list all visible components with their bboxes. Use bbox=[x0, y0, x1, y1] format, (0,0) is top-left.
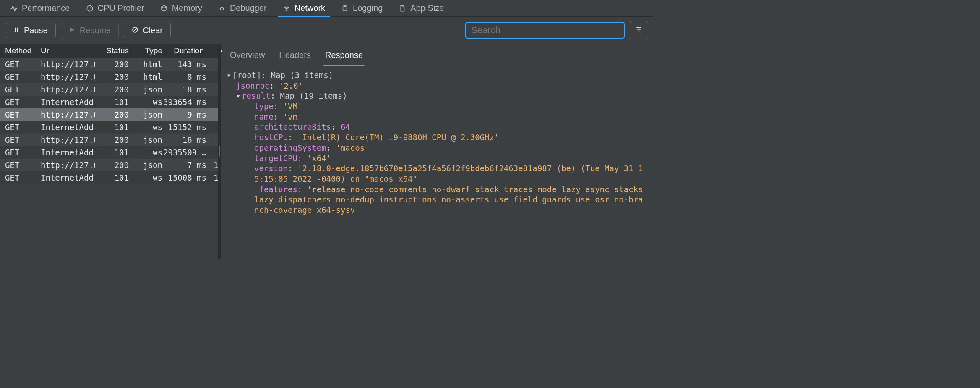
cell-method: GET bbox=[5, 160, 41, 170]
col-status[interactable]: Status bbox=[95, 46, 129, 55]
table-row[interactable]: GETInternetAddress101ws15152 ms3 bbox=[0, 121, 218, 134]
package-icon bbox=[160, 5, 168, 12]
cell-status: 200 bbox=[95, 110, 129, 119]
cell-uri: http://127.0.0.1: bbox=[41, 135, 95, 144]
cell-status: 200 bbox=[95, 160, 129, 170]
cell-index: 9 bbox=[206, 135, 218, 144]
cell-status: 200 bbox=[95, 135, 129, 144]
cell-uri: http://127.0.0.1: bbox=[41, 72, 95, 81]
gauge-icon bbox=[86, 5, 94, 12]
cell-index: 3 bbox=[206, 123, 218, 132]
tree-val: 'VM' bbox=[283, 102, 302, 111]
table-row[interactable]: GEThttp://127.0.0.1:200html8 ms3 bbox=[0, 71, 218, 83]
cell-status: 101 bbox=[95, 148, 129, 157]
tab-label: Debugger bbox=[230, 3, 267, 13]
svg-point-3 bbox=[220, 7, 224, 10]
tab-label: Logging bbox=[353, 3, 383, 13]
tree-key: jsonrpc bbox=[236, 81, 269, 90]
response-tree[interactable]: ▾[root]: Map (3 items) jsonrpc: '2.0' ▾r… bbox=[221, 63, 649, 215]
top-tabs: Performance CPU Profiler Memory Debugger… bbox=[0, 0, 653, 17]
tree-key: operatingSystem bbox=[254, 143, 326, 152]
cell-uri: InternetAddress bbox=[41, 97, 95, 107]
col-method[interactable]: Method bbox=[5, 46, 41, 55]
table-header: Method Uri Status Type Duration bbox=[0, 44, 218, 58]
cell-method: GET bbox=[5, 173, 41, 182]
col-uri[interactable]: Uri bbox=[41, 46, 95, 55]
tree-key: type bbox=[254, 102, 274, 111]
table-row[interactable]: GEThttp://127.0.0.1:200html143 ms3 bbox=[0, 58, 218, 71]
chevron-down-icon[interactable]: ▾ bbox=[236, 91, 242, 101]
search-input[interactable] bbox=[465, 22, 625, 39]
table-row[interactable]: GEThttp://127.0.0.1:200json9 ms3 bbox=[0, 108, 218, 121]
toolbar: Pause Resume Clear bbox=[0, 17, 653, 44]
table-row[interactable]: GEThttp://127.0.0.1:200json16 ms9 bbox=[0, 134, 218, 146]
table-row[interactable]: GEThttp://127.0.0.1:200json18 ms3 bbox=[0, 83, 218, 96]
cell-method: GET bbox=[5, 85, 41, 94]
tree-val: 'release no-code_comments no-dwarf_stack… bbox=[254, 185, 648, 215]
pause-button[interactable]: Pause bbox=[5, 23, 56, 38]
cell-duration: 8 ms bbox=[162, 72, 206, 81]
cell-type: json bbox=[129, 110, 162, 119]
cell-uri: http://127.0.0.1: bbox=[41, 85, 95, 94]
cell-type: json bbox=[129, 160, 162, 170]
tab-label: App Size bbox=[410, 3, 444, 13]
cell-type: ws bbox=[129, 148, 162, 157]
cell-index: 10 bbox=[206, 173, 218, 182]
cell-method: GET bbox=[5, 148, 41, 157]
svg-line-16 bbox=[133, 28, 137, 31]
tab-app-size[interactable]: App Size bbox=[391, 0, 451, 17]
cell-index: 3 bbox=[206, 60, 218, 69]
svg-point-9 bbox=[286, 10, 287, 10]
cell-uri: http://127.0.0.1: bbox=[41, 160, 95, 170]
tab-debugger[interactable]: Debugger bbox=[211, 0, 274, 17]
cell-index: 3 bbox=[206, 72, 218, 81]
chevron-down-icon[interactable]: ▾ bbox=[227, 70, 232, 81]
tab-label: Performance bbox=[22, 3, 70, 13]
tab-memory[interactable]: Memory bbox=[153, 0, 210, 17]
tab-logging[interactable]: Logging bbox=[334, 0, 390, 17]
tree-root-label: [root] bbox=[232, 71, 261, 80]
table-row[interactable]: GETInternetAddress101ws15008 ms10 bbox=[0, 171, 218, 184]
cell-uri: http://127.0.0.1: bbox=[41, 60, 95, 69]
tree-val: 'Intel(R) Core(TM) i9-9880H CPU @ 2.30GH… bbox=[297, 133, 499, 142]
filter-button[interactable] bbox=[630, 21, 648, 39]
table-row[interactable]: GETInternetAddress101ws2935509 …9 bbox=[0, 146, 218, 159]
tree-val: '2.0' bbox=[279, 81, 303, 90]
request-table: Method Uri Status Type Duration GEThttp:… bbox=[0, 44, 218, 259]
tree-val: 'x64' bbox=[307, 154, 331, 163]
cell-status: 101 bbox=[95, 97, 129, 107]
cell-status: 101 bbox=[95, 173, 129, 182]
clear-button[interactable]: Clear bbox=[124, 23, 171, 38]
pulse-icon bbox=[10, 5, 18, 12]
cell-method: GET bbox=[5, 123, 41, 132]
table-row[interactable]: GEThttp://127.0.0.1:200json7 ms10 bbox=[0, 159, 218, 171]
cell-duration: 2935509 … bbox=[162, 148, 206, 157]
cell-index: 3 bbox=[206, 97, 218, 107]
block-icon bbox=[132, 26, 138, 35]
cell-method: GET bbox=[5, 135, 41, 144]
cell-type: json bbox=[129, 135, 162, 144]
tree-key: _features bbox=[254, 185, 297, 194]
cell-type: ws bbox=[129, 173, 162, 182]
tab-response[interactable]: Response bbox=[324, 48, 364, 63]
tab-performance[interactable]: Performance bbox=[3, 0, 78, 17]
cell-method: GET bbox=[5, 72, 41, 81]
table-row[interactable]: GETInternetAddress101ws393654 ms3 bbox=[0, 96, 218, 108]
tree-key: hostCPU bbox=[254, 133, 288, 142]
clipboard-icon bbox=[341, 5, 349, 12]
cell-duration: 393654 ms bbox=[162, 97, 206, 107]
play-icon bbox=[69, 26, 76, 35]
col-duration[interactable]: Duration bbox=[162, 46, 206, 55]
tree-val: 64 bbox=[341, 122, 350, 131]
clear-label: Clear bbox=[143, 26, 163, 35]
tab-network[interactable]: Network bbox=[275, 0, 333, 17]
tab-overview[interactable]: Overview bbox=[229, 48, 266, 63]
svg-line-1 bbox=[90, 7, 91, 8]
tab-headers[interactable]: Headers bbox=[278, 48, 312, 63]
tab-cpu-profiler[interactable]: CPU Profiler bbox=[78, 0, 152, 17]
cell-duration: 7 ms bbox=[162, 160, 206, 170]
cell-type: html bbox=[129, 60, 162, 69]
cell-method: GET bbox=[5, 110, 41, 119]
bug-icon bbox=[218, 5, 226, 12]
col-type[interactable]: Type bbox=[129, 46, 162, 55]
